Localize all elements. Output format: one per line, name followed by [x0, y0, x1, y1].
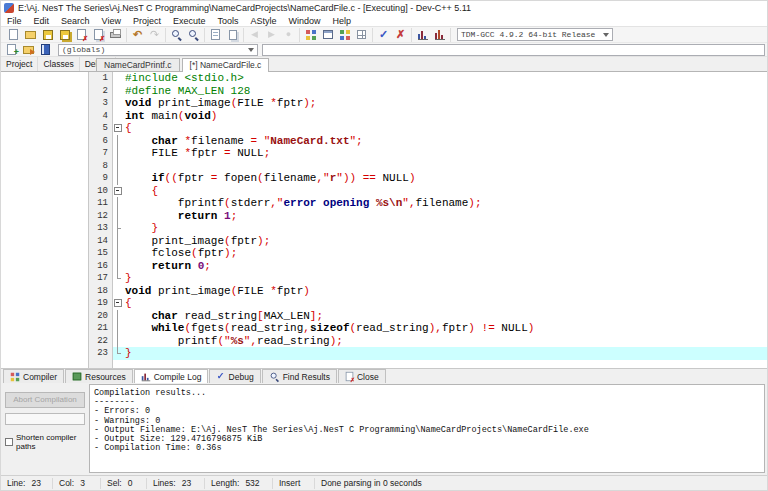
- menu-search[interactable]: Search: [55, 16, 96, 26]
- new-file-button[interactable]: [5, 28, 22, 42]
- menu-window[interactable]: Window: [283, 16, 327, 26]
- line-number[interactable]: 14: [89, 235, 113, 248]
- project-panel[interactable]: [1, 72, 89, 368]
- compile-log-output[interactable]: Compilation results... -------- - Errors…: [89, 384, 765, 473]
- menu-file[interactable]: File: [1, 16, 28, 26]
- line-number[interactable]: 4: [89, 110, 113, 123]
- fold-marker[interactable]: [113, 260, 123, 273]
- line-number[interactable]: 17: [89, 272, 113, 285]
- fold-marker[interactable]: [113, 310, 123, 323]
- line-number[interactable]: 11: [89, 197, 113, 210]
- menu-edit[interactable]: Edit: [28, 16, 56, 26]
- undo-button[interactable]: [129, 28, 146, 42]
- line-number[interactable]: 1: [89, 72, 113, 85]
- forward-button[interactable]: [263, 28, 280, 42]
- back-button[interactable]: [246, 28, 263, 42]
- close-file-button[interactable]: [73, 28, 90, 42]
- abort-button[interactable]: [280, 28, 297, 42]
- profile-button[interactable]: [414, 28, 431, 42]
- line-number[interactable]: 9: [89, 172, 113, 185]
- line-number[interactable]: 19: [89, 297, 113, 310]
- find-button[interactable]: [168, 28, 185, 42]
- code-text: return 1;: [123, 210, 767, 223]
- bottom-tab-compiler[interactable]: Compiler: [3, 369, 64, 383]
- add-file-button[interactable]: [3, 43, 20, 57]
- bottom-tab-debug[interactable]: Debug: [209, 369, 260, 383]
- close-all-button[interactable]: [90, 28, 107, 42]
- profiling-analysis-button[interactable]: [431, 28, 448, 42]
- open-button[interactable]: [22, 28, 39, 42]
- menu-astyle[interactable]: AStyle: [244, 16, 282, 26]
- bottom-tab-close[interactable]: Close: [338, 369, 386, 383]
- line-number[interactable]: 6: [89, 135, 113, 148]
- redo-button[interactable]: [146, 28, 163, 42]
- menu-view[interactable]: View: [96, 16, 127, 26]
- bottom-tab-resources[interactable]: Resources: [65, 369, 133, 383]
- line-number[interactable]: 18: [89, 285, 113, 298]
- globals-combo[interactable]: (globals): [58, 44, 258, 56]
- compile-button[interactable]: [302, 28, 319, 42]
- fold-marker[interactable]: [113, 197, 123, 210]
- left-tab-project[interactable]: Project: [1, 57, 38, 71]
- goto-line-button[interactable]: [224, 28, 241, 42]
- left-tab-classes[interactable]: Classes: [38, 57, 79, 71]
- run-button[interactable]: [319, 28, 336, 42]
- checkbox-icon[interactable]: [5, 438, 13, 446]
- menu-help[interactable]: Help: [327, 16, 358, 26]
- save-button[interactable]: [39, 28, 56, 42]
- line-number[interactable]: 2: [89, 85, 113, 98]
- fold-marker[interactable]: [113, 147, 123, 160]
- compiler-profile-combo[interactable]: TDM-GCC 4.9.2 64-bit Release: [457, 28, 613, 41]
- bottom-tab-find-results[interactable]: Find Results: [262, 369, 337, 383]
- line-number[interactable]: 21: [89, 322, 113, 335]
- fold-marker[interactable]: [113, 122, 123, 135]
- members-combo[interactable]: [262, 44, 765, 56]
- line-number[interactable]: 23: [89, 347, 113, 360]
- fold-marker[interactable]: [113, 160, 123, 173]
- line-number[interactable]: 15: [89, 247, 113, 260]
- abort-compilation-button[interactable]: Abort Compilation: [5, 392, 85, 408]
- fold-marker[interactable]: [113, 222, 123, 235]
- fold-marker[interactable]: [113, 297, 123, 310]
- menu-tools[interactable]: Tools: [211, 16, 244, 26]
- fold-marker[interactable]: [113, 247, 123, 260]
- stop-execution-button[interactable]: [392, 28, 409, 42]
- line-number[interactable]: 8: [89, 160, 113, 173]
- replace-button[interactable]: [207, 28, 224, 42]
- fold-marker[interactable]: [113, 135, 123, 148]
- line-number[interactable]: 20: [89, 310, 113, 323]
- fold-marker[interactable]: [113, 347, 123, 360]
- shorten-paths-checkbox[interactable]: Shorten compiler paths: [5, 433, 85, 451]
- syntax-check-button[interactable]: [375, 28, 392, 42]
- class-browser-button[interactable]: [37, 43, 54, 57]
- print-button[interactable]: [107, 28, 124, 42]
- menu-execute[interactable]: Execute: [167, 16, 212, 26]
- line-number[interactable]: 10: [89, 185, 113, 198]
- editor-tab[interactable]: NameCardPrintf.c: [96, 58, 180, 71]
- line-number[interactable]: 12: [89, 210, 113, 223]
- line-number[interactable]: 7: [89, 147, 113, 160]
- line-number[interactable]: 22: [89, 335, 113, 348]
- code-text: while(fgets(read_string,sizeof(read_stri…: [123, 322, 767, 335]
- fold-marker[interactable]: [113, 322, 123, 335]
- fold-marker[interactable]: [113, 185, 123, 198]
- menu-project[interactable]: Project: [127, 16, 167, 26]
- line-number[interactable]: 16: [89, 260, 113, 273]
- line-number[interactable]: 3: [89, 97, 113, 110]
- fold-marker[interactable]: [113, 172, 123, 185]
- editor-tab[interactable]: [*] NameCardFile.c: [182, 58, 270, 72]
- fold-marker[interactable]: [113, 335, 123, 348]
- fold-marker[interactable]: [113, 210, 123, 223]
- bottom-tab-compile-log[interactable]: Compile Log: [134, 369, 209, 384]
- line-number[interactable]: 13: [89, 222, 113, 235]
- code-editor[interactable]: 1#include <stdio.h>2#define MAX_LEN 1283…: [89, 72, 767, 368]
- compile-run-button[interactable]: [336, 28, 353, 42]
- rebuild-all-button[interactable]: [353, 28, 370, 42]
- save-all-button[interactable]: [56, 28, 73, 42]
- find-in-files-button[interactable]: [185, 28, 202, 42]
- swap-header-source-button[interactable]: [20, 43, 37, 57]
- line-number[interactable]: 5: [89, 122, 113, 135]
- fold-marker[interactable]: [113, 272, 123, 285]
- code-token: %s\n: [376, 197, 402, 209]
- fold-marker[interactable]: [113, 235, 123, 248]
